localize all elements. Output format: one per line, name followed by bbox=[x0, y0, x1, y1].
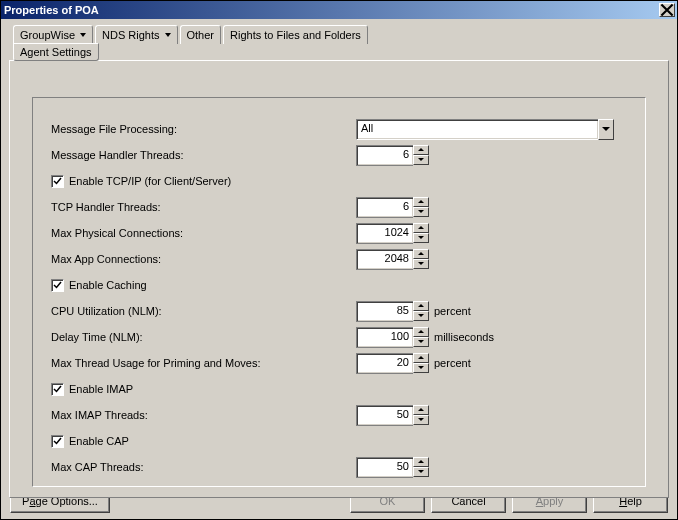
window-title: Properties of POA bbox=[4, 4, 659, 16]
label-max-phys: Max Physical Connections: bbox=[51, 227, 356, 239]
chevron-down-icon bbox=[418, 210, 424, 213]
subtab-agent-settings[interactable]: Agent Settings bbox=[13, 43, 99, 61]
chevron-down-icon bbox=[418, 418, 424, 421]
label-msg-file-proc: Message File Processing: bbox=[51, 123, 356, 135]
chevron-up-icon bbox=[418, 460, 424, 463]
chevron-down-icon bbox=[418, 366, 424, 369]
spinner-value[interactable]: 100 bbox=[356, 327, 413, 348]
label-delay-time: Delay Time (NLM): bbox=[51, 331, 356, 343]
spin-up[interactable] bbox=[413, 327, 429, 337]
chevron-up-icon bbox=[418, 200, 424, 203]
spinner-msg-handler[interactable]: 6 bbox=[356, 145, 428, 166]
spinner-value[interactable]: 85 bbox=[356, 301, 413, 322]
spin-down[interactable] bbox=[413, 337, 429, 347]
row-enable-cap: Enable CAP bbox=[51, 428, 627, 454]
title-bar: Properties of POA bbox=[1, 1, 677, 19]
unit-max-thread: percent bbox=[434, 357, 471, 369]
unit-delay-time: milliseconds bbox=[434, 331, 494, 343]
spin-down[interactable] bbox=[413, 363, 429, 373]
spinner-max-thread[interactable]: 20 bbox=[356, 353, 428, 374]
chevron-down-icon bbox=[418, 340, 424, 343]
spin-up[interactable] bbox=[413, 249, 429, 259]
spinner-cpu-util[interactable]: 85 bbox=[356, 301, 428, 322]
row-tcp-handler: TCP Handler Threads: 6 bbox=[51, 194, 627, 220]
spin-up[interactable] bbox=[413, 145, 429, 155]
tab-rights[interactable]: Rights to Files and Folders bbox=[223, 25, 368, 44]
chevron-down-icon bbox=[602, 127, 610, 131]
spinner-value[interactable]: 50 bbox=[356, 457, 413, 478]
tab-rights-label: Rights to Files and Folders bbox=[230, 29, 361, 41]
chevron-down-icon bbox=[418, 470, 424, 473]
tab-nds-label: NDS Rights bbox=[102, 29, 159, 41]
spinner-value[interactable]: 6 bbox=[356, 197, 413, 218]
checkbox-enable-tcpip[interactable] bbox=[51, 175, 64, 188]
row-enable-caching: Enable Caching bbox=[51, 272, 627, 298]
spinner-max-imap[interactable]: 50 bbox=[356, 405, 428, 426]
spinner-value[interactable]: 6 bbox=[356, 145, 413, 166]
spinner-delay-time[interactable]: 100 bbox=[356, 327, 428, 348]
spinner-value[interactable]: 1024 bbox=[356, 223, 413, 244]
label-msg-handler: Message Handler Threads: bbox=[51, 149, 356, 161]
spin-up[interactable] bbox=[413, 197, 429, 207]
tab-other[interactable]: Other bbox=[180, 25, 222, 44]
check-icon bbox=[53, 281, 62, 290]
spin-down[interactable] bbox=[413, 415, 429, 425]
settings-scroll[interactable]: Message File Processing: All Message Han… bbox=[32, 97, 646, 487]
tab-groupwise[interactable]: GroupWise bbox=[13, 25, 93, 45]
spinner-max-cap[interactable]: 50 bbox=[356, 457, 428, 478]
dropdown-arrow-icon bbox=[165, 33, 171, 37]
row-msg-file-proc: Message File Processing: All bbox=[51, 116, 627, 142]
label-enable-imap: Enable IMAP bbox=[69, 383, 133, 395]
checkbox-enable-caching[interactable] bbox=[51, 279, 64, 292]
unit-cpu-util: percent bbox=[434, 305, 471, 317]
spin-up[interactable] bbox=[413, 353, 429, 363]
spin-up[interactable] bbox=[413, 405, 429, 415]
row-max-cap: Max CAP Threads: 50 bbox=[51, 454, 627, 480]
chevron-up-icon bbox=[418, 226, 424, 229]
dropdown-arrow-icon bbox=[80, 33, 86, 37]
spin-down[interactable] bbox=[413, 233, 429, 243]
spin-up[interactable] bbox=[413, 301, 429, 311]
dropdown-msg-file-proc[interactable]: All bbox=[356, 119, 614, 140]
checkbox-enable-imap[interactable] bbox=[51, 383, 64, 396]
tab-nds-rights[interactable]: NDS Rights bbox=[95, 25, 177, 44]
subtab-label: Agent Settings bbox=[20, 46, 92, 58]
close-button[interactable] bbox=[659, 3, 675, 17]
settings-panel: Message File Processing: All Message Han… bbox=[9, 60, 669, 498]
check-icon bbox=[53, 437, 62, 446]
row-cpu-util: CPU Utilization (NLM): 85 percent bbox=[51, 298, 627, 324]
spin-down[interactable] bbox=[413, 467, 429, 477]
spinner-value[interactable]: 2048 bbox=[356, 249, 413, 270]
label-cpu-util: CPU Utilization (NLM): bbox=[51, 305, 356, 317]
spinner-value[interactable]: 50 bbox=[356, 405, 413, 426]
chevron-down-icon bbox=[418, 158, 424, 161]
tab-strip: GroupWise NDS Rights Other Rights to Fil… bbox=[13, 25, 669, 44]
row-max-phys: Max Physical Connections: 1024 bbox=[51, 220, 627, 246]
spin-down[interactable] bbox=[413, 155, 429, 165]
check-icon bbox=[53, 177, 62, 186]
row-enable-tcpip: Enable TCP/IP (for Client/Server) bbox=[51, 168, 627, 194]
row-max-thread: Max Thread Usage for Priming and Moves: … bbox=[51, 350, 627, 376]
spinner-max-phys[interactable]: 1024 bbox=[356, 223, 428, 244]
label-enable-tcpip: Enable TCP/IP (for Client/Server) bbox=[69, 175, 231, 187]
chevron-up-icon bbox=[418, 148, 424, 151]
close-icon bbox=[660, 3, 674, 17]
label-max-thread: Max Thread Usage for Priming and Moves: bbox=[51, 357, 356, 369]
checkbox-enable-cap[interactable] bbox=[51, 435, 64, 448]
spinner-max-app[interactable]: 2048 bbox=[356, 249, 428, 270]
chevron-up-icon bbox=[418, 408, 424, 411]
dropdown-button[interactable] bbox=[598, 119, 614, 140]
spinner-value[interactable]: 20 bbox=[356, 353, 413, 374]
row-msg-handler: Message Handler Threads: 6 bbox=[51, 142, 627, 168]
row-enable-imap: Enable IMAP bbox=[51, 376, 627, 402]
spinner-tcp-handler[interactable]: 6 bbox=[356, 197, 428, 218]
dropdown-value: All bbox=[356, 119, 598, 140]
spin-down[interactable] bbox=[413, 259, 429, 269]
spin-down[interactable] bbox=[413, 207, 429, 217]
spin-up[interactable] bbox=[413, 223, 429, 233]
spin-up[interactable] bbox=[413, 457, 429, 467]
label-enable-cap: Enable CAP bbox=[69, 435, 129, 447]
dialog-content: GroupWise NDS Rights Other Rights to Fil… bbox=[1, 19, 677, 487]
chevron-up-icon bbox=[418, 304, 424, 307]
spin-down[interactable] bbox=[413, 311, 429, 321]
